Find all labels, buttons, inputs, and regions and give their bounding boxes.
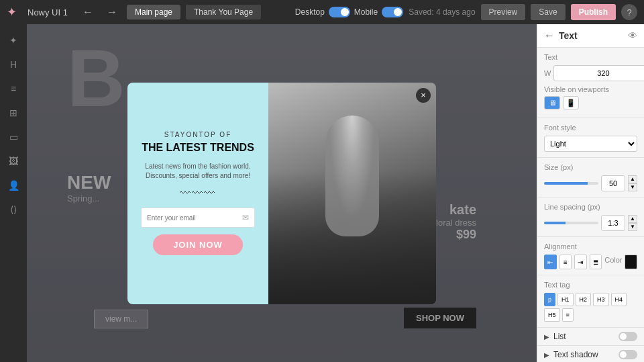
text-tag-label: Text tag (544, 281, 637, 289)
email-input[interactable] (147, 214, 242, 222)
size-slider[interactable] (544, 182, 598, 185)
sidebar-code-icon[interactable]: ⟨⟩ (3, 199, 24, 220)
list-collapse-arrow: ▶ (544, 333, 549, 341)
text-shadow-collapse-arrow: ▶ (544, 351, 549, 359)
linespace-increment[interactable]: ▲ (628, 215, 637, 223)
font-size-section: Size (px) ▲ ▼ (537, 158, 644, 197)
panel-visibility-button[interactable]: 👁 (628, 30, 637, 41)
viewport-icons: 🖥 📱 (544, 96, 637, 109)
preview-button[interactable]: Preview (481, 4, 526, 20)
modal-left-panel: STAYONTOP OF THE LATEST TRENDS Latest ne… (127, 83, 268, 304)
sidebar-logo-icon[interactable]: ✦ (3, 30, 24, 51)
publish-button[interactable]: Publish (571, 4, 616, 20)
close-modal-button[interactable]: × (416, 88, 431, 103)
modal-popup: STAYONTOP OF THE LATEST TRENDS Latest ne… (127, 83, 436, 304)
topbar: ✦ Nowy UI 1 ← → Main page Thank You Page… (0, 0, 644, 24)
saved-label: Saved: 4 days ago (409, 7, 475, 17)
alignment-section: Alignment ⇤ ≡ ⇥ ≣ Color (537, 237, 644, 275)
width-row: W ▲ ▼ H ▲ ▼ (544, 65, 637, 81)
linespace-row: ▲ ▼ (544, 215, 637, 231)
save-button[interactable]: Save (531, 4, 565, 20)
linespace-label: Line spacing (px) (544, 203, 637, 211)
project-title: Nowy UI 1 (28, 7, 68, 17)
linespace-stepper: ▲ ▼ (628, 215, 637, 231)
size-increment[interactable]: ▲ (628, 175, 637, 183)
redo-button[interactable]: → (103, 5, 121, 19)
mobile-label: Mobile (354, 7, 378, 17)
tag-h4-button[interactable]: H4 (611, 293, 627, 306)
modal-overlay: STAYONTOP OF THE LATEST TRENDS Latest ne… (27, 24, 537, 362)
canvas-area: B NEW Spring... kate floral dress $99 SH… (27, 24, 537, 362)
tag-p-button[interactable]: p (544, 293, 555, 306)
model-photo (268, 83, 436, 304)
trends-title: THE LATEST TRENDS (142, 141, 254, 154)
list-label: List (553, 332, 619, 341)
sidebar-text-icon[interactable]: H (3, 54, 24, 75)
color-swatch[interactable] (625, 255, 637, 269)
size-decrement[interactable]: ▼ (628, 183, 637, 191)
linespace-decrement[interactable]: ▼ (628, 223, 637, 231)
width-input[interactable] (553, 65, 644, 81)
font-style-select[interactable]: Light Regular Bold (544, 136, 637, 152)
text-shadow-label: Text shadow (553, 350, 619, 359)
alignment-row: ⇤ ≡ ⇥ ≣ Color (544, 255, 637, 269)
line-spacing-section: Line spacing (px) ▲ ▼ (537, 197, 644, 237)
alignment-label: Alignment (544, 242, 637, 251)
desktop-viewport-icon[interactable]: 🖥 (544, 96, 560, 109)
desktop-toggle[interactable] (329, 7, 350, 17)
font-style-label: Font style (544, 124, 637, 132)
email-icon: ✉ (242, 213, 249, 222)
undo-button[interactable]: ← (78, 5, 97, 19)
tag-list-button[interactable]: ≡ (562, 308, 574, 322)
logo-icon: ✦ (7, 5, 17, 19)
main-area: ✦ H ≡ ⊞ ▭ 🖼 👤 ⟨⟩ B NEW Spring... kate fl… (0, 24, 644, 362)
text-shadow-toggle[interactable] (619, 350, 637, 359)
join-now-button[interactable]: JOIN NOW (153, 234, 243, 255)
tag-h2-button[interactable]: H2 (576, 293, 592, 306)
help-button[interactable]: ? (621, 4, 637, 20)
sidebar-shape-icon[interactable]: ▭ (3, 126, 24, 148)
font-style-section: Font style Light Regular Bold (537, 118, 644, 158)
tag-h3-button[interactable]: H3 (593, 293, 609, 306)
size-label: Size (px) (544, 163, 637, 171)
sidebar-image-icon[interactable]: 🖼 (3, 150, 24, 172)
viewport-label: Visible on viewports (544, 85, 609, 93)
stay-label: STAYONTOP OF (164, 131, 232, 138)
viewport-row: Visible on viewports (544, 85, 637, 93)
w-label: W (544, 69, 551, 77)
panel-back-button[interactable]: ← (544, 30, 555, 42)
modal-right-panel (268, 83, 436, 304)
linespace-slider[interactable] (544, 222, 598, 224)
text-shadow-collapse-row[interactable]: ▶ Text shadow (537, 346, 644, 362)
main-page-tab[interactable]: Main page (127, 5, 180, 19)
text-tag-row: p H1 H2 H3 H4 H5 ≡ (544, 293, 637, 322)
thank-you-page-tab[interactable]: Thank You Page (186, 5, 261, 19)
list-toggle[interactable] (619, 332, 637, 341)
right-panel: ← Text 👁 Text W ▲ ▼ H ▲ ▼ (537, 24, 644, 362)
sidebar-grid-icon[interactable]: ⊞ (3, 102, 24, 124)
panel-title: Text (559, 30, 628, 41)
device-toggle-group: Desktop Mobile (295, 7, 403, 17)
panel-header: ← Text 👁 (537, 24, 644, 48)
size-input[interactable] (601, 175, 625, 191)
mobile-toggle[interactable] (382, 7, 403, 17)
list-collapse-row[interactable]: ▶ List (537, 328, 644, 346)
mobile-viewport-icon[interactable]: 📱 (563, 96, 579, 109)
sidebar-user-icon[interactable]: 👤 (3, 175, 24, 196)
color-label: Color (604, 256, 622, 264)
align-justify-button[interactable]: ≣ (590, 255, 602, 269)
size-section: Text W ▲ ▼ H ▲ ▼ Visible on viewports � (537, 48, 644, 118)
align-right-button[interactable]: ⇥ (574, 255, 587, 269)
tag-h1-button[interactable]: H1 (557, 293, 574, 306)
wave-divider: 〰〰〰 (180, 187, 216, 199)
align-center-button[interactable]: ≡ (559, 255, 572, 269)
tag-h5-button[interactable]: H5 (544, 308, 560, 322)
text-tag-section: Text tag p H1 H2 H3 H4 H5 ≡ (537, 275, 644, 328)
size-row: ▲ ▼ (544, 175, 637, 191)
sidebar-layers-icon[interactable]: ≡ (3, 78, 24, 99)
linespace-input[interactable] (601, 215, 625, 231)
left-sidebar: ✦ H ≡ ⊞ ▭ 🖼 👤 ⟨⟩ (0, 24, 27, 362)
size-stepper: ▲ ▼ (628, 175, 637, 191)
align-left-button[interactable]: ⇤ (544, 255, 557, 269)
desktop-label: Desktop (295, 7, 325, 17)
